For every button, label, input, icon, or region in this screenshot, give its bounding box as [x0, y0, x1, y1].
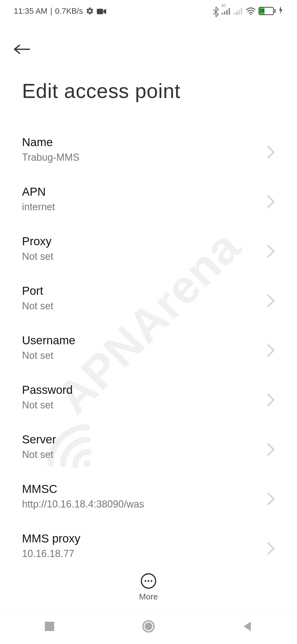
nav-recent-button[interactable] [36, 613, 63, 640]
setting-port[interactable]: PortNot set [0, 273, 297, 323]
setting-value: Not set [22, 449, 56, 460]
settings-list: NameTrabug-MMS APNinternet ProxyNot set … [0, 125, 297, 571]
svg-rect-3 [224, 11, 225, 15]
more-button[interactable]: More [139, 573, 158, 601]
svg-rect-4 [226, 10, 228, 15]
setting-proxy[interactable]: ProxyNot set [0, 224, 297, 273]
setting-apn[interactable]: APNinternet [0, 174, 297, 224]
setting-value: Not set [22, 300, 53, 312]
chevron-right-icon [267, 343, 275, 352]
setting-value: Not set [22, 399, 73, 411]
nav-home-button[interactable] [135, 613, 162, 640]
svg-point-14 [145, 623, 152, 630]
camera-icon [97, 8, 106, 14]
svg-text:×: × [236, 12, 238, 15]
more-label: More [139, 592, 158, 601]
svg-rect-8 [238, 10, 240, 15]
setting-value: Not set [22, 350, 75, 361]
setting-value: 10.16.18.77 [22, 548, 80, 560]
setting-value: Not set [22, 251, 53, 262]
svg-rect-5 [229, 8, 230, 15]
svg-rect-12 [45, 622, 54, 631]
triangle-icon [243, 621, 252, 632]
setting-value: http://10.16.18.4:38090/was [22, 498, 144, 510]
setting-label: MMSC [22, 482, 144, 496]
wifi-icon [246, 7, 256, 15]
setting-name[interactable]: NameTrabug-MMS [0, 125, 297, 174]
signal-4g-icon: 4G [222, 7, 231, 15]
chevron-right-icon [267, 393, 275, 401]
setting-username[interactable]: UsernameNot set [0, 323, 297, 372]
chevron-right-icon [267, 244, 275, 253]
svg-point-11 [250, 14, 252, 15]
setting-password[interactable]: PasswordNot set [0, 372, 297, 422]
setting-label: Server [22, 433, 56, 446]
svg-rect-9 [241, 8, 242, 15]
chevron-right-icon [267, 145, 275, 154]
svg-rect-1 [97, 9, 103, 14]
setting-value: internet [22, 201, 55, 213]
battery-indicator: 38 [258, 7, 276, 15]
setting-label: Password [22, 383, 73, 397]
status-data-rate: 0.7KB/s [55, 7, 83, 16]
svg-rect-6 [234, 13, 235, 15]
svg-rect-2 [222, 13, 223, 15]
setting-label: Name [22, 136, 79, 149]
chevron-right-icon [267, 492, 275, 500]
square-icon [45, 622, 54, 631]
navigation-bar [0, 608, 297, 644]
more-icon [141, 573, 156, 589]
status-bar: 11:35 AM | 0.7KB/s 4G × 38 [0, 0, 297, 22]
gear-icon [86, 7, 94, 15]
setting-label: MMS proxy [22, 532, 80, 545]
setting-label: APN [22, 185, 55, 198]
setting-label: Proxy [22, 235, 53, 248]
back-arrow-icon [14, 44, 30, 55]
nav-back-button[interactable] [234, 613, 261, 640]
charging-icon [278, 6, 283, 16]
status-time: 11:35 AM [14, 7, 48, 16]
chevron-right-icon [267, 542, 275, 550]
setting-value: Trabug-MMS [22, 152, 79, 163]
setting-mmsc[interactable]: MMSChttp://10.16.18.4:38090/was [0, 471, 297, 521]
chevron-right-icon [267, 195, 275, 203]
bluetooth-icon [213, 6, 219, 16]
chevron-right-icon [267, 294, 275, 302]
circle-icon [142, 620, 155, 633]
setting-label: Username [22, 334, 75, 347]
bottom-action-bar: More [0, 562, 297, 607]
back-button[interactable] [14, 39, 35, 60]
signal-nosim-icon: × [234, 7, 243, 15]
page-title: Edit access point [0, 60, 297, 125]
setting-label: Port [22, 284, 53, 298]
setting-server[interactable]: ServerNot set [0, 422, 297, 471]
chevron-right-icon [267, 443, 275, 451]
status-separator: | [50, 7, 53, 16]
